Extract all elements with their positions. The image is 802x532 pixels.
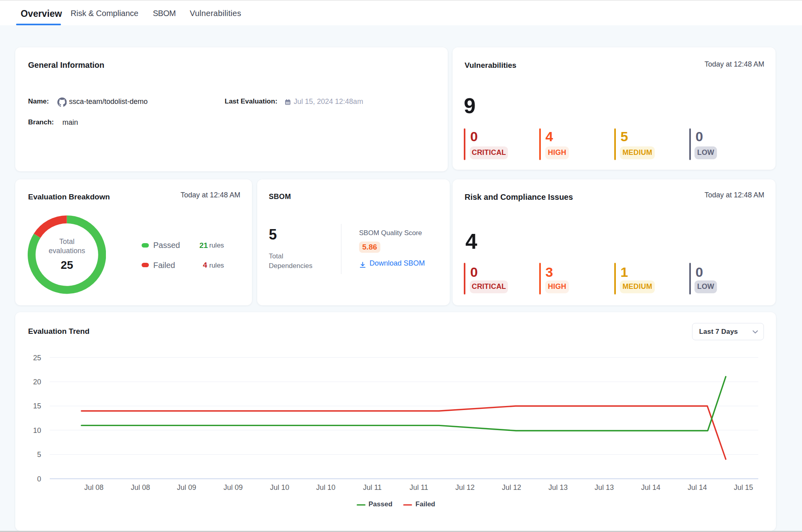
svg-text:Jul 08: Jul 08 (84, 483, 104, 491)
svg-text:0: 0 (37, 475, 41, 483)
svg-text:Jul 12: Jul 12 (455, 483, 475, 491)
svg-text:Jul 15: Jul 15 (734, 483, 753, 491)
svg-text:Jul 10: Jul 10 (316, 483, 335, 491)
svg-text:Jul 11: Jul 11 (363, 483, 382, 491)
svg-text:25: 25 (33, 354, 41, 362)
svg-text:Jul 09: Jul 09 (223, 483, 243, 491)
svg-text:Jul 10: Jul 10 (270, 483, 289, 491)
svg-text:Jul 14: Jul 14 (641, 483, 660, 491)
svg-text:Jul 11: Jul 11 (410, 483, 428, 491)
svg-text:Jul 12: Jul 12 (502, 483, 521, 491)
svg-text:Jul 13: Jul 13 (595, 483, 614, 491)
svg-text:Jul 13: Jul 13 (548, 483, 568, 491)
svg-text:Jul 09: Jul 09 (177, 483, 196, 491)
svg-text:10: 10 (33, 426, 41, 435)
svg-text:Jul 08: Jul 08 (131, 483, 150, 491)
svg-text:15: 15 (33, 402, 41, 410)
svg-text:20: 20 (33, 378, 41, 386)
svg-text:5: 5 (37, 451, 41, 459)
svg-text:Jul 14: Jul 14 (688, 483, 707, 491)
